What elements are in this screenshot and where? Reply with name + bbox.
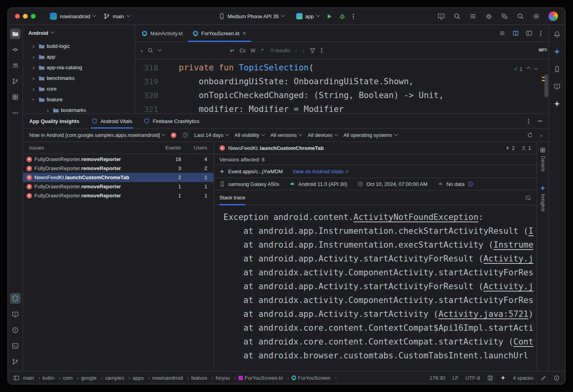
resource-manager-tool-button[interactable]	[10, 92, 21, 102]
chevron-icon[interactable]	[31, 43, 36, 49]
fatal-severity-filter-icon[interactable]	[171, 133, 176, 138]
filter-dropdown[interactable]: All visibility	[234, 132, 265, 138]
more-editor-options-icon[interactable]	[540, 33, 541, 34]
anr-severity-filter-icon[interactable]	[182, 132, 188, 138]
caret-position-widget[interactable]: 176:30	[429, 375, 445, 381]
stack-trace-tab[interactable]: Stack trace	[219, 190, 245, 205]
details-side-tab[interactable]: Details	[540, 147, 546, 172]
tree-item[interactable]: feature	[23, 94, 135, 105]
breadcrumb-item[interactable]: google	[81, 375, 105, 381]
stack-frame[interactable]: at android.app.Instrumentation.execStart…	[223, 238, 537, 252]
device-manager-tool-button[interactable]	[552, 81, 562, 92]
stack-frame[interactable]: at androidx.core.content.ContextCompat.s…	[223, 335, 537, 349]
pull-requests-tool-button[interactable]	[10, 76, 21, 87]
zoom-window-button[interactable]	[31, 14, 36, 19]
stack-frame[interactable]: at android.app.Instrumentation.checkStar…	[223, 224, 537, 238]
project-view-header[interactable]: Android	[23, 25, 135, 41]
split-editor-icon[interactable]	[512, 30, 519, 36]
next-match-icon[interactable]	[302, 48, 305, 53]
branch-selector[interactable]: main	[104, 13, 129, 19]
tree-item[interactable]: bookmarks	[23, 105, 135, 114]
filter-dropdown[interactable]: All operating systems	[343, 132, 397, 138]
filter-dropdown[interactable]: Last 14 days	[194, 132, 229, 138]
debug-button[interactable]	[339, 13, 346, 20]
tree-item[interactable]: build-logic	[23, 41, 135, 51]
code-editor[interactable]: 318 private fun TopicSelection( 319 onbo…	[135, 59, 548, 114]
line-number[interactable]: 321	[135, 102, 179, 114]
issue-row[interactable]: FullyDrawnReporter.removeReporter 1 1	[23, 191, 214, 200]
minimize-panel-icon[interactable]	[538, 121, 542, 121]
ai-assistant-tool-button[interactable]	[552, 98, 562, 109]
more-tool-windows-button[interactable]	[10, 108, 21, 118]
breadcrumb-item[interactable]: ForYouScreen.kt	[238, 375, 291, 381]
stack-frame[interactable]: Exception android.content.ActivityNotFou…	[223, 210, 537, 224]
window-layout-icon[interactable]	[13, 375, 19, 381]
collaborators-tool-button[interactable]	[10, 60, 21, 71]
stack-link[interactable]: Cont	[513, 337, 533, 347]
next-problem-icon[interactable]	[534, 66, 538, 70]
chevron-icon[interactable]	[31, 64, 36, 71]
stack-frame[interactable]: at android.app.Activity.startActivityFor…	[223, 252, 537, 266]
insights-side-tab[interactable]: Insights	[540, 185, 546, 212]
view-on-android-vitals-link[interactable]: View on Android Vitals	[293, 169, 349, 174]
debug-tools-icon[interactable]	[485, 13, 492, 20]
device-streaming-icon[interactable]	[438, 13, 445, 20]
line-number[interactable]: 318	[135, 61, 179, 75]
match-case-toggle[interactable]: Cc	[240, 47, 246, 53]
app-scope-selector[interactable]: Now in Android [com.google.samples.apps.…	[29, 132, 165, 138]
breadcrumb-item[interactable]: nowinandroid	[152, 375, 191, 381]
editor-scrollbar[interactable]	[545, 74, 548, 97]
stack-frame[interactable]: at androidx.core.content.ContextCompat$A…	[223, 321, 537, 335]
indent-widget[interactable]: 4 spaces	[513, 375, 533, 381]
stack-link[interactable]: Activity.java:5721	[439, 309, 529, 319]
info-icon[interactable]	[468, 181, 473, 187]
stack-frame[interactable]: at androidx.activity.ComponentActivity.s…	[223, 294, 537, 307]
stack-trace-view[interactable]: Exception android.content.ActivityNotFou…	[214, 205, 537, 371]
breadcrumb-item[interactable]: main	[23, 375, 43, 381]
minimize-window-button[interactable]	[23, 14, 28, 19]
stack-frame[interactable]: at android.app.Activity.startActivityFor…	[223, 280, 537, 294]
encoding-widget[interactable]: UTF-8	[465, 375, 480, 381]
code-line[interactable]: 320 onTopicCheckedChanged: (String, Bool…	[135, 89, 548, 102]
stack-frame[interactable]: at android.app.Activity.startActivity (A…	[223, 307, 537, 321]
column-layout-icon[interactable]	[487, 375, 493, 381]
inspection-widget[interactable]: 1	[514, 62, 537, 76]
previous-match-icon[interactable]	[295, 48, 298, 53]
stack-link[interactable]: I	[528, 226, 533, 236]
line-number[interactable]: 319	[135, 75, 179, 89]
issue-row[interactable]: FullyDrawnReporter.removeReporter 18 4	[23, 155, 214, 164]
project-tool-button[interactable]	[10, 28, 21, 39]
terminal-tool-button[interactable]	[10, 341, 21, 351]
filter-dropdown[interactable]: All devices	[308, 132, 337, 138]
editor-tab[interactable]: ForYouScreen.kt	[188, 25, 251, 42]
newline-icon[interactable]	[230, 47, 235, 53]
line-number[interactable]: 320	[135, 89, 179, 102]
project-selector[interactable]: nowinandroid	[50, 13, 96, 20]
words-toggle[interactable]: W	[250, 47, 255, 53]
commit-tool-button[interactable]	[10, 44, 21, 55]
more-panel-options-icon[interactable]	[528, 121, 529, 122]
task-list-icon[interactable]	[469, 13, 477, 20]
tree-item[interactable]: app-nia-catalog	[23, 62, 135, 73]
tree-item[interactable]: benchmarks	[23, 73, 135, 83]
regex-toggle[interactable]: .*	[260, 47, 264, 53]
aqi-tab[interactable]: Android Vitals	[92, 114, 132, 128]
run-button[interactable]	[326, 13, 333, 20]
detach-editor-icon[interactable]	[526, 30, 532, 36]
breadcrumb-item[interactable]: samples	[105, 375, 133, 381]
chevron-icon[interactable]	[31, 54, 36, 60]
more-search-options-icon[interactable]	[321, 50, 322, 51]
tree-item[interactable]: core	[23, 83, 135, 94]
close-window-button[interactable]	[15, 14, 20, 19]
breadcrumb-item[interactable]: kotlin	[43, 375, 63, 381]
editor-tab[interactable]: MainActivity.kt	[137, 25, 188, 42]
write-access-icon[interactable]	[541, 375, 547, 381]
breadcrumb-item[interactable]: apps	[132, 375, 152, 381]
search-history-chevron-icon[interactable]	[158, 47, 162, 51]
user-avatar[interactable]	[548, 11, 558, 21]
filter-icon[interactable]	[310, 47, 316, 53]
stack-link[interactable]: ActivityNotFoundException	[354, 212, 478, 222]
column-events[interactable]: Events	[157, 145, 187, 151]
more-run-options-icon[interactable]	[353, 16, 354, 17]
notifications-tool-button[interactable]	[552, 29, 562, 40]
